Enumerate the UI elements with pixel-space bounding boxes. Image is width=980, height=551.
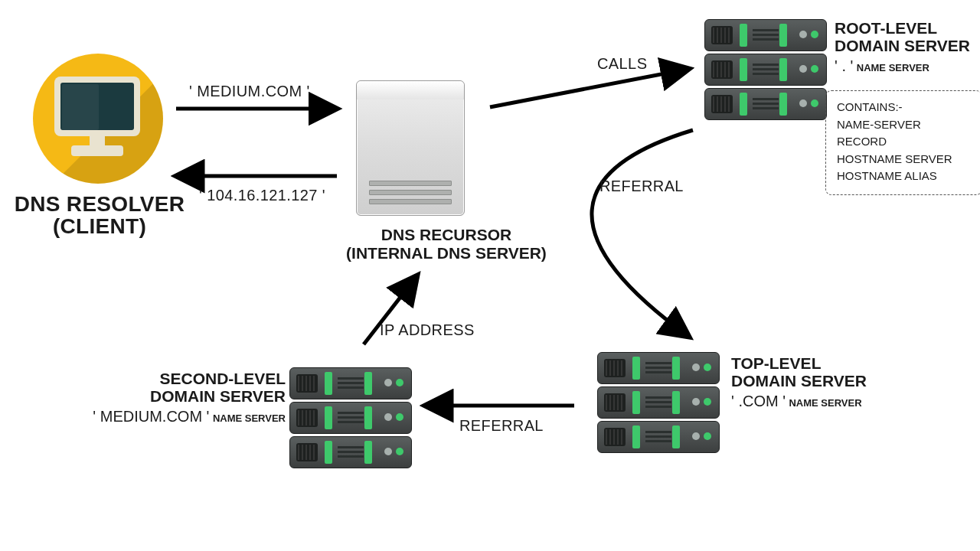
client-monitor-icon bbox=[33, 54, 163, 184]
tld-scope-sub: NAME SERVER bbox=[789, 397, 861, 409]
root-box-line1: CONTAINS:- bbox=[837, 99, 971, 116]
recursor-title-line2: (INTERNAL DNS SERVER) bbox=[335, 244, 557, 262]
recursor-label: DNS RECURSOR (INTERNAL DNS SERVER) bbox=[335, 226, 557, 262]
label-calls: CALLS bbox=[597, 55, 647, 73]
recursor-title-line1: DNS RECURSOR bbox=[335, 226, 557, 244]
label-ip-address: IP ADDRESS bbox=[380, 321, 475, 339]
node-root-icon bbox=[704, 19, 827, 122]
root-title-line1: ROOT-LEVEL bbox=[835, 19, 980, 37]
root-contents-box: CONTAINS:- NAME-SERVER RECORD HOSTNAME S… bbox=[825, 90, 980, 195]
client-title-line1: DNS RESOLVER bbox=[8, 193, 191, 215]
node-tld-icon bbox=[597, 352, 720, 455]
root-scope-sub: NAME SERVER bbox=[857, 62, 929, 73]
client-label: DNS RESOLVER (CLIENT) bbox=[8, 193, 191, 238]
root-title-line2: DOMAIN SERVER bbox=[835, 37, 980, 54]
tld-title-line1: TOP-LEVEL bbox=[731, 354, 900, 372]
tld-label: TOP-LEVEL DOMAIN SERVER ' .COM ' NAME SE… bbox=[731, 354, 900, 410]
sld-title-line2: DOMAIN SERVER bbox=[90, 387, 286, 405]
tld-scope: ' .COM ' bbox=[731, 393, 786, 409]
arrow-root-to-tld bbox=[592, 130, 693, 337]
node-recursor-icon bbox=[356, 80, 465, 216]
label-referral-tld-sld: REFERRAL bbox=[459, 417, 544, 435]
node-sld-icon bbox=[289, 367, 412, 471]
node-client bbox=[27, 54, 168, 184]
root-box-line3: HOSTNAME SERVER bbox=[837, 151, 971, 168]
client-title-line2: (CLIENT) bbox=[8, 215, 191, 237]
label-referral-root-tld: REFERRAL bbox=[599, 178, 684, 195]
root-scope: ' . ' bbox=[835, 57, 853, 74]
sld-label: SECOND-LEVEL DOMAIN SERVER ' MEDIUM.COM … bbox=[90, 370, 286, 425]
sld-scope-sub: NAME SERVER bbox=[213, 412, 286, 424]
sld-title-line1: SECOND-LEVEL bbox=[90, 370, 286, 387]
label-client-to-recursor: ' MEDIUM.COM ' bbox=[189, 83, 310, 100]
sld-scope: ' MEDIUM.COM ' bbox=[93, 408, 209, 425]
root-box-line4: HOSTNAME ALIAS bbox=[837, 168, 971, 185]
root-label: ROOT-LEVEL DOMAIN SERVER ' . ' NAME SERV… bbox=[835, 19, 980, 75]
dns-resolution-diagram: DNS RESOLVER (CLIENT) DNS RECURSOR (INTE… bbox=[0, 0, 980, 551]
label-recursor-to-client: ' 104.16.121.127 ' bbox=[199, 187, 325, 204]
root-box-line2: NAME-SERVER RECORD bbox=[837, 116, 971, 151]
tld-title-line2: DOMAIN SERVER bbox=[731, 372, 900, 390]
arrow-recursor-to-root bbox=[490, 69, 689, 107]
